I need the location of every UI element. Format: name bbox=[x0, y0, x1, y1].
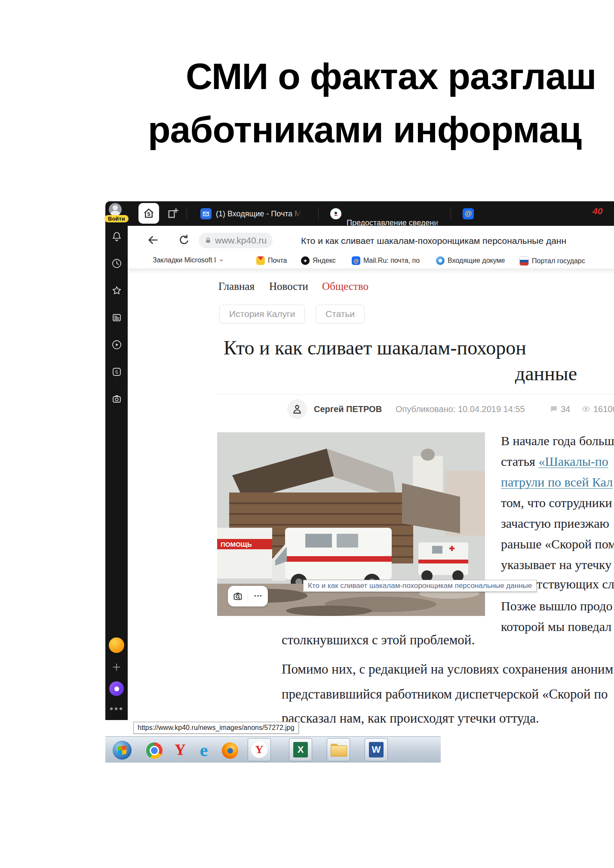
russian-flag-icon bbox=[519, 256, 529, 266]
new-tab-button[interactable] bbox=[166, 206, 180, 222]
mailru-envelope-icon bbox=[200, 208, 212, 219]
article-paragraph-line: столкнувшихся с этой проблемой. bbox=[282, 632, 475, 648]
yandex-browser-taskbar-button[interactable]: Y bbox=[248, 738, 271, 761]
sidebar-bottom-rail: ●●● bbox=[105, 637, 128, 712]
bookmark-label: Почта bbox=[268, 257, 287, 265]
comments-icon bbox=[550, 405, 558, 413]
article-line: В начале года больш bbox=[501, 434, 614, 448]
bookmark-label: Яндекс bbox=[313, 257, 336, 265]
article-line: статья «Шакалы-по bbox=[501, 454, 608, 469]
line-text: статья bbox=[501, 454, 538, 468]
tag-stati[interactable]: Статьи bbox=[316, 305, 365, 323]
tab-mail-inbox[interactable]: (1) Входящие - Почта Mail bbox=[216, 209, 301, 219]
address-bar[interactable]: www.kp40.ru bbox=[199, 233, 273, 248]
word-taskbar-button[interactable]: W bbox=[365, 738, 388, 761]
photo-title-tooltip: Кто и как сливает шакалам-похоронщикам п… bbox=[303, 580, 537, 592]
profile-avatar[interactable] bbox=[109, 203, 122, 216]
home-tabs-button[interactable]: 5 bbox=[138, 203, 159, 224]
avatar-head-icon bbox=[113, 205, 118, 210]
excel-icon: X bbox=[293, 742, 308, 757]
kp40-favicon: 40 bbox=[593, 206, 602, 216]
notifications-bell-icon[interactable] bbox=[111, 231, 123, 242]
windows-flag-icon bbox=[118, 745, 126, 755]
tab-count-square-icon[interactable]: 5 bbox=[111, 366, 123, 378]
slide-page: СМИ о фактах разглаш работниками информа… bbox=[0, 0, 614, 868]
author-avatar bbox=[287, 399, 307, 419]
bookmarks-star-icon[interactable] bbox=[111, 285, 123, 296]
person-icon bbox=[291, 403, 303, 415]
firefox-icon[interactable] bbox=[222, 742, 238, 759]
image-search-button[interactable] bbox=[228, 591, 248, 602]
article-link[interactable]: «Шакалы-по bbox=[538, 454, 608, 468]
status-url-bar: https://www.kp40.ru/news_images/anons/57… bbox=[133, 722, 299, 734]
yandex-browser-logo-icon[interactable] bbox=[109, 637, 124, 653]
comments-count[interactable]: 34 bbox=[561, 404, 570, 414]
word-icon: W bbox=[369, 742, 384, 757]
history-clock-icon[interactable] bbox=[111, 258, 123, 269]
author-name[interactable]: Сергей ПЕТРОВ bbox=[314, 404, 382, 414]
article-paragraph-line: Помимо них, с редакцией на условиях сохр… bbox=[282, 662, 613, 677]
bookmark-mailru[interactable]: @ Mail.Ru: почта, по bbox=[352, 256, 420, 265]
title-divider bbox=[215, 394, 614, 394]
sidebar-more-dots-icon[interactable]: ●●● bbox=[109, 705, 123, 712]
screenshot-camera-icon[interactable] bbox=[111, 393, 123, 405]
article-line: раньше «Скорой пом bbox=[501, 537, 614, 551]
bookmarks-folder[interactable]: Закладки Microsoft I bbox=[153, 256, 224, 264]
bookmark-yandex[interactable]: ✦ Яндекс bbox=[301, 256, 336, 265]
bookmark-vhodyashchie[interactable]: Входящие докуме bbox=[436, 256, 505, 265]
explorer-folder-taskbar-button[interactable] bbox=[327, 738, 350, 761]
address-url: www.kp40.ru bbox=[215, 235, 267, 246]
yandex-star-icon: ✦ bbox=[301, 256, 310, 265]
internet-explorer-icon[interactable]: e bbox=[194, 741, 213, 760]
article-paragraph-line: рассказал нам, как происходят утечки отт… bbox=[282, 711, 539, 726]
tab-divider bbox=[318, 207, 319, 220]
lock-icon bbox=[205, 237, 212, 244]
video-play-icon[interactable] bbox=[111, 339, 123, 351]
bookmark-gosportal[interactable]: Портал государс bbox=[519, 256, 614, 266]
yandex-y-icon[interactable]: Y bbox=[171, 741, 189, 760]
photo-actions-pill: ⋮ bbox=[228, 586, 268, 606]
site-nav-news[interactable]: Новости bbox=[269, 280, 308, 292]
bookmark-pochta[interactable]: Почта bbox=[256, 256, 287, 265]
photo-menu-button[interactable]: ⋮ bbox=[248, 592, 268, 600]
slide-title-line2: работниками информац bbox=[148, 108, 581, 151]
article-link[interactable]: патрули по всей Кал bbox=[501, 475, 613, 489]
home-tab-count: 5 bbox=[147, 211, 150, 217]
published-date: Опубликовано: 10.04.2019 14:55 bbox=[396, 404, 525, 414]
kebab-menu-icon: ⋮ bbox=[253, 592, 263, 600]
back-button[interactable] bbox=[146, 233, 160, 247]
address-page-title: Кто и как сливает шакалам-похоронщикам п… bbox=[301, 236, 614, 246]
article-paragraph-line: представившийся работником диспетчерской… bbox=[282, 686, 608, 702]
article-line: Позже вышло продо bbox=[501, 599, 612, 613]
alice-assistant-icon[interactable] bbox=[109, 681, 124, 696]
mailru-agent-at-icon: @ bbox=[463, 208, 474, 219]
chrome-icon[interactable] bbox=[146, 742, 163, 759]
tab-divider bbox=[451, 207, 451, 220]
news-feed-icon[interactable] bbox=[111, 312, 123, 323]
bookmark-label: Входящие докуме bbox=[448, 257, 505, 265]
content-top-shadow bbox=[128, 268, 614, 274]
mailru-at-icon: @ bbox=[352, 256, 360, 265]
bookmark-label: Портал государс bbox=[532, 257, 585, 265]
views-count: 16100 bbox=[593, 404, 614, 414]
login-button[interactable]: Войти bbox=[104, 215, 129, 222]
tag-istoriya-kalugi[interactable]: История Калуги bbox=[219, 305, 305, 323]
reload-button[interactable] bbox=[177, 233, 191, 247]
article-line: том, что сотрудники bbox=[501, 496, 612, 510]
sidebar-add-icon[interactable] bbox=[111, 662, 122, 673]
slide-title-line1: СМИ о фактах разглаш bbox=[186, 55, 596, 98]
excel-taskbar-button[interactable]: X bbox=[289, 738, 312, 761]
article-line: которой мы поведал bbox=[501, 619, 611, 634]
article-title-line2: данные bbox=[499, 362, 593, 385]
site-nav-society[interactable]: Общество bbox=[322, 280, 368, 292]
bookmark-label: Mail.Ru: почта, по bbox=[363, 257, 420, 265]
site-nav-home[interactable]: Главная bbox=[218, 280, 255, 292]
start-button[interactable] bbox=[113, 741, 132, 760]
article-line: зачастую приезжаю bbox=[501, 516, 609, 531]
chevron-down-icon bbox=[219, 258, 224, 263]
article-line: указывает на утечку bbox=[501, 557, 611, 572]
camera-search-icon bbox=[232, 591, 243, 602]
tab-divider bbox=[187, 207, 187, 220]
bookmarks-folder-label: Закладки Microsoft I bbox=[153, 256, 216, 264]
van-label-text: ПОМОЩЬ bbox=[221, 541, 252, 548]
